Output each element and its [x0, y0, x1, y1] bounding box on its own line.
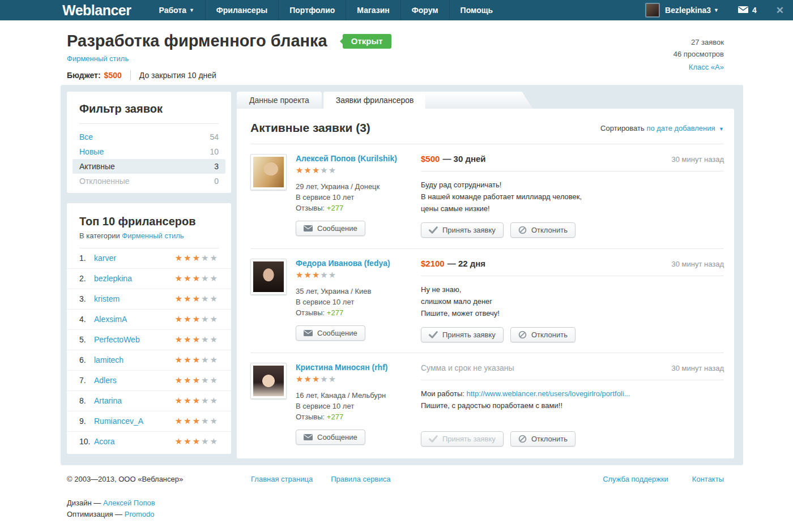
copyright: © 2003—2013, ООО «Веблансер» [67, 475, 251, 483]
accept-button[interactable]: Принять заявку [421, 222, 504, 238]
star-empty-icon: ★ [210, 416, 219, 426]
check-icon [429, 331, 438, 338]
envelope-icon [738, 6, 748, 15]
star-rating: ★★★★★ [296, 270, 412, 280]
top10-name-link[interactable]: PerfectoWeb [94, 335, 140, 344]
filter-item-label: Все [79, 132, 93, 141]
star-rating: ★★★★★ [175, 273, 219, 284]
messages-button[interactable]: 4 [738, 6, 757, 15]
tab-freelancer-bids[interactable]: Заявки фрилансеров [323, 92, 427, 109]
freelancer-name-link[interactable]: Кристина Миносян (rhf) [296, 363, 387, 372]
close-icon[interactable]: ✕ [776, 5, 784, 16]
reviews-count-link[interactable]: +277 [327, 204, 343, 212]
sidebar: Фильтр заявок Все54Новые10Активные3Откло… [67, 92, 231, 458]
filter-item-label: Отклоненные [79, 177, 130, 186]
logo[interactable]: Weblancer [62, 2, 131, 19]
filter-item-4: Отклоненные0 [67, 174, 231, 188]
tab-project-data[interactable]: Данные проекта [237, 92, 322, 109]
top10-name-link[interactable]: kristem [94, 294, 120, 303]
nav-item-3[interactable]: Портфолио [278, 0, 346, 20]
nav-item-1[interactable]: Работа▼ [148, 0, 204, 20]
bid-actions: Принять заявкуОтклонить [421, 327, 724, 342]
user-menu[interactable]: Bezlepkina3▼ [665, 6, 719, 15]
class-link[interactable]: Класс «А» [689, 61, 724, 73]
top10-name-link[interactable]: Adlers [94, 376, 117, 385]
nav-item-6[interactable]: Помощь [449, 0, 504, 20]
message-button[interactable]: Сообщение [296, 325, 365, 341]
design-author-link[interactable]: Алексей Попов [103, 499, 155, 507]
star-rating: ★★★★★ [175, 334, 219, 345]
status-badge: Открыт [343, 34, 391, 49]
freelancer-avatar[interactable] [250, 154, 287, 190]
accept-button[interactable]: Принять заявку [421, 327, 504, 342]
star-filled-icon: ★ [184, 396, 192, 405]
category-link[interactable]: Фирменный стиль [67, 54, 129, 63]
top10-row-6: 6.lamitech★★★★★ [67, 350, 231, 370]
reviews-count-link[interactable]: +277 [327, 413, 343, 421]
star-filled-icon: ★ [296, 270, 304, 280]
top10-category-link[interactable]: Фирменный стиль [122, 231, 184, 240]
footer-right-link-2[interactable]: Контакты [692, 475, 724, 483]
project-header: Разработка фирменного бланка Открыт Фирм… [0, 20, 793, 85]
top10-rank: 6. [79, 355, 94, 364]
optimization-link[interactable]: Promodo [125, 510, 155, 518]
star-empty-icon: ★ [201, 314, 210, 324]
reviews-label: Отзывы: [296, 308, 327, 317]
bid-message: Ну не знаю,слишком мало денегПишите, мож… [421, 284, 724, 327]
bid-actions: Принять заявкуОтклонить [421, 222, 724, 238]
top10-rank: 2. [79, 274, 94, 283]
nav-item-2[interactable]: Фрилансеры [205, 0, 278, 20]
decline-button[interactable]: Отклонить [510, 327, 575, 342]
decline-button[interactable]: Отклонить [510, 431, 575, 447]
envelope-icon [304, 225, 313, 231]
user-avatar[interactable] [645, 3, 660, 18]
reviews-label: Отзывы: [296, 413, 327, 421]
star-filled-icon: ★ [304, 165, 312, 175]
message-button[interactable]: Сообщение [296, 221, 365, 236]
footer-link-2[interactable]: Правила сервиса [331, 475, 390, 483]
freelancer-name-link[interactable]: Алексей Попов (Kurilshik) [296, 154, 397, 163]
star-filled-icon: ★ [175, 294, 184, 303]
footer-links: Главная страницаПравила сервиса [251, 475, 390, 483]
top10-name-link[interactable]: Acora [94, 437, 115, 446]
tab-ghost [425, 92, 532, 109]
nav-item-5[interactable]: Форум [400, 0, 449, 20]
freelancer-avatar[interactable] [250, 363, 287, 399]
star-filled-icon: ★ [175, 314, 184, 324]
top10-name-link[interactable]: Artarina [94, 396, 122, 405]
footer-right-link-1[interactable]: Служба поддержки [603, 475, 668, 483]
message-button[interactable]: Сообщение [296, 430, 365, 445]
filter-item-1[interactable]: Все54 [67, 130, 231, 144]
freelancer-avatar[interactable] [250, 259, 287, 295]
decline-button[interactable]: Отклонить [510, 222, 575, 238]
top10-name-link[interactable]: Rumiancev_A [94, 417, 143, 426]
top10-name-link[interactable]: AlexsimA [94, 315, 127, 324]
star-empty-icon: ★ [201, 416, 210, 426]
nav-right: Bezlepkina3▼ 4 ✕ [645, 3, 784, 18]
top10-name-link[interactable]: karver [94, 254, 116, 263]
sort-value-link[interactable]: по дате добавления ▼ [646, 124, 724, 132]
filter-item-2[interactable]: Новые10 [67, 144, 231, 159]
star-empty-icon: ★ [329, 374, 336, 384]
star-empty-icon: ★ [201, 273, 210, 283]
freelancer-reviews: Отзывы: +277 [296, 411, 412, 422]
star-empty-icon: ★ [329, 165, 336, 175]
freelancer-age-location: 29 лет, Украина / Донецк [296, 181, 412, 192]
check-icon [429, 435, 438, 443]
star-rating: ★★★★★ [175, 375, 219, 385]
reviews-count-link[interactable]: +277 [327, 308, 343, 317]
filter-item-3[interactable]: Активные3 [73, 159, 225, 174]
freelancer-name-link[interactable]: Федора Иванова (fedya) [296, 259, 390, 268]
top10-name-link[interactable]: bezlepkina [94, 274, 132, 283]
star-filled-icon: ★ [184, 334, 192, 344]
freelancer-info: Алексей Попов (Kurilshik)★★★★★29 лет, Ук… [296, 154, 412, 248]
bid-message: Буду рад сотрудничать!В нашей команде ра… [421, 179, 724, 222]
filter-item-label: Активные [79, 162, 115, 171]
accept-button-label: Принять заявку [442, 435, 496, 443]
message-button-label: Сообщение [317, 224, 357, 233]
footer-link-1[interactable]: Главная страница [251, 475, 313, 483]
filter-title: Фильтр заявок [67, 102, 231, 115]
nav-item-4[interactable]: Магазин [346, 0, 400, 20]
portfolio-link[interactable]: http://www.weblancer.net/users/lovegirlr… [466, 389, 630, 398]
top10-name-link[interactable]: lamitech [94, 355, 123, 364]
